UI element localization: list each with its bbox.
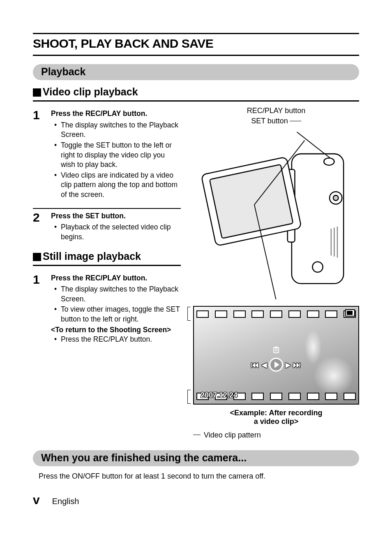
heading-bullet-icon	[33, 253, 41, 261]
video-clip-pattern-top	[196, 309, 356, 319]
video-clip-pattern-label: Video clip pattern	[193, 431, 359, 440]
svg-point-4	[324, 158, 334, 165]
svg-point-3	[312, 262, 323, 272]
svg-rect-11	[274, 348, 279, 353]
step-2: 2 Press the SET button. Playback of the …	[33, 208, 181, 243]
play-icon	[269, 358, 283, 372]
subheading-video-clip-playback: Video clip playback	[33, 86, 359, 102]
step-number: 1	[33, 273, 51, 345]
caption-line: a video clip>	[193, 417, 359, 426]
heading-bullet-icon	[33, 88, 41, 97]
battery-icon	[345, 309, 355, 317]
step-bullet: The display switches to the Playback Scr…	[53, 120, 181, 140]
step-lead: Press the SET button.	[51, 211, 181, 221]
section-heading-finished: When you are finished using the camera..…	[33, 450, 359, 466]
step-bullet: To view other images, toggle the SET but…	[53, 305, 181, 324]
trash-icon	[272, 345, 280, 354]
skip-prev-icon: ⏮	[251, 360, 259, 370]
nav-right-icon: ▶	[286, 361, 291, 369]
step-bullet: Press the REC/PLAY button.	[53, 335, 181, 345]
svg-point-2	[333, 195, 339, 201]
diagram-label-recplay: REC/PLAY button	[193, 106, 359, 115]
section-heading-playback: Playback	[33, 64, 359, 80]
playback-controls-icon: ⏮ ◀ ▶ ⏭	[251, 358, 301, 372]
step-note: <To return to the Shooting Screen>	[51, 325, 181, 335]
label-text: Video clip pattern	[204, 431, 261, 440]
step-bullet: The display switches to the Playback Scr…	[53, 285, 181, 304]
step-bullet: Video clips are indicated by a video cli…	[53, 171, 181, 200]
illustration-caption: <Example: After recording a video clip>	[193, 409, 359, 426]
playback-date: 2007.12.24	[201, 391, 238, 400]
subheading-text: Video clip playback	[43, 86, 138, 97]
camera-diagram	[193, 128, 359, 301]
footer-language: English	[52, 497, 79, 506]
skip-next-icon: ⏭	[293, 360, 301, 370]
step-lead: Press the REC/PLAY button.	[51, 109, 181, 119]
step-bullet: Toggle the SET button to the left or rig…	[53, 141, 181, 170]
step-number: 2	[33, 211, 51, 243]
step-bullet: Playback of the selected video clip begi…	[53, 222, 181, 242]
step-1: 1 Press the REC/PLAY button. The display…	[33, 106, 181, 201]
step-3: 1 Press the REC/PLAY button. The display…	[33, 271, 181, 345]
page-footer: v English	[33, 493, 359, 507]
diagram-label-set: SET button	[251, 117, 288, 125]
caption-line: <Example: After recording	[193, 409, 359, 417]
playback-screen-illustration: ⏮ ◀ ▶ ⏭ 2007.12.24	[193, 306, 359, 405]
step-number: 1	[33, 109, 51, 201]
subheading-text: Still image playback	[43, 250, 141, 262]
page-number: v	[33, 493, 40, 507]
bracket-icon	[187, 390, 191, 404]
nav-left-icon: ◀	[262, 361, 267, 369]
subheading-still-image-playback: Still image playback	[33, 250, 181, 266]
leader-line-icon	[290, 121, 301, 121]
step-lead: Press the REC/PLAY button.	[51, 273, 181, 283]
finished-body: Press the ON/OFF button for at least 1 s…	[39, 472, 359, 481]
bracket-icon	[187, 307, 191, 321]
page-title: SHOOT, PLAY BACK AND SAVE	[33, 33, 359, 56]
